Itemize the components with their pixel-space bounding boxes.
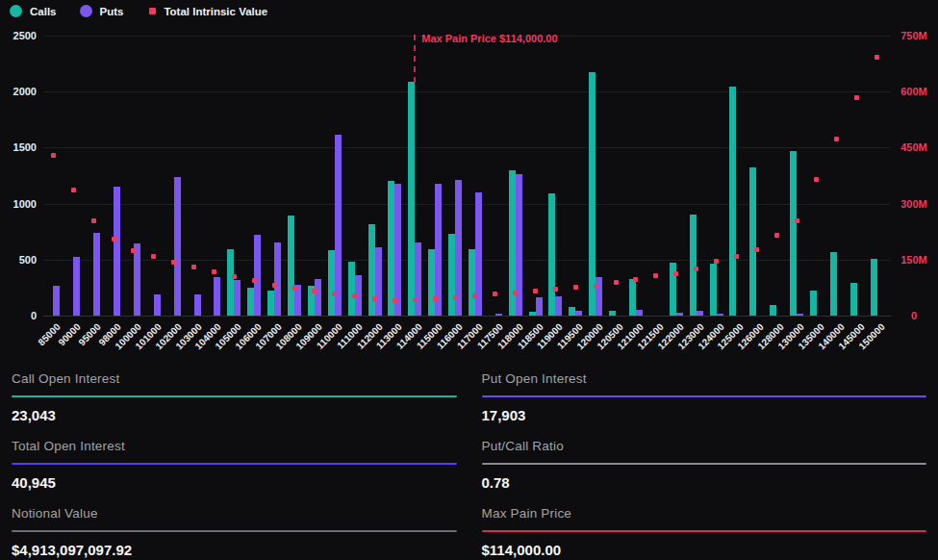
puts-bar — [555, 296, 562, 316]
puts-bar — [575, 311, 582, 316]
puts-bar — [394, 184, 401, 316]
calls-bar — [871, 259, 877, 316]
metric-value: 17,903 — [482, 407, 927, 423]
metric-underline — [482, 530, 927, 532]
calls-bar — [288, 216, 294, 316]
calls-bar — [267, 291, 274, 316]
intrinsic-dot — [754, 247, 759, 252]
legend-puts-label: Puts — [100, 6, 124, 17]
intrinsic-dot — [513, 291, 518, 295]
intrinsic-dot — [151, 254, 156, 259]
metric-underline — [482, 463, 927, 465]
y-axis-left-tick-label: 2000 — [2, 85, 37, 98]
intrinsic-dot — [453, 295, 458, 300]
calls-bar — [790, 151, 797, 316]
intrinsic-dot — [91, 218, 96, 223]
intrinsic-dot — [533, 289, 538, 293]
calls-bar — [548, 193, 555, 316]
puts-bar — [315, 279, 321, 316]
puts-bar — [536, 297, 543, 316]
puts-bar — [636, 310, 643, 316]
intrinsic-dot — [372, 296, 377, 301]
metric-value: $114,000.00 — [482, 542, 927, 558]
calls-bar — [469, 249, 475, 316]
puts-bar — [214, 277, 220, 316]
intrinsic-dot — [71, 188, 76, 192]
y-axis-left-tick-label: 0 — [2, 309, 37, 322]
legend-intrinsic-label: Total Intrinsic Value — [164, 6, 267, 17]
calls-bar — [629, 279, 636, 316]
intrinsic-dot — [292, 286, 297, 291]
puts-bar — [254, 235, 261, 316]
max-pain-label: Max Pain Price $114,000.00 — [421, 33, 557, 44]
intrinsic-dot — [252, 278, 257, 283]
intrinsic-dot — [51, 153, 56, 158]
puts-bar — [53, 286, 60, 316]
calls-bar — [428, 249, 435, 316]
intrinsic-swatch-icon — [149, 8, 156, 14]
metric-value: 40,945 — [12, 474, 457, 491]
metric-put-call-ratio: Put/Call Ratio 0.78 — [482, 439, 927, 491]
puts-bar — [676, 313, 683, 316]
y-axis-left-tick-label: 500 — [2, 253, 37, 267]
puts-swatch-icon — [80, 5, 92, 17]
legend-item-total-intrinsic-value[interactable]: Total Intrinsic Value — [146, 6, 267, 17]
intrinsic-dot — [814, 177, 819, 182]
metric-underline — [12, 463, 457, 465]
intrinsic-dot — [673, 271, 678, 276]
intrinsic-dot — [413, 297, 418, 302]
intrinsic-dot — [352, 293, 357, 298]
intrinsic-dot — [393, 298, 397, 303]
intrinsic-dot — [734, 254, 739, 259]
intrinsic-dot — [875, 55, 879, 60]
puts-bar — [415, 242, 421, 316]
gridline — [43, 316, 891, 317]
intrinsic-dot — [633, 277, 638, 282]
intrinsic-dot — [171, 260, 176, 265]
calls-bar — [368, 224, 375, 316]
y-axis-right-tick-label: 600M — [893, 85, 935, 98]
y-axis-right-tick-label: 300M — [893, 197, 935, 211]
metric-value: $4,913,097,097.92 — [12, 542, 457, 558]
max-pain-line — [414, 35, 416, 83]
intrinsic-dot — [854, 95, 859, 100]
metric-label: Max Pain Price — [482, 506, 927, 521]
intrinsic-dot — [433, 296, 438, 301]
calls-bar — [529, 312, 536, 316]
y-axis-right-tick-label: 150M — [893, 253, 935, 267]
puts-bar — [73, 257, 80, 316]
legend-item-calls[interactable]: Calls — [10, 5, 57, 17]
intrinsic-dot — [774, 233, 779, 238]
intrinsic-dot — [312, 289, 317, 293]
y-axis-left-tick-label: 1500 — [2, 140, 37, 154]
metric-total-open-interest: Total Open Interest 40,945 — [12, 439, 457, 491]
intrinsic-dot — [573, 285, 578, 290]
calls-bar — [448, 234, 455, 316]
metric-call-open-interest: Call Open Interest 23,043 — [12, 371, 457, 423]
puts-bar — [717, 314, 723, 316]
calls-bar — [770, 305, 776, 316]
puts-bar — [274, 242, 281, 316]
gridline — [43, 91, 891, 92]
puts-bar — [234, 280, 241, 316]
calls-bar — [388, 181, 394, 316]
intrinsic-dot — [332, 292, 337, 296]
intrinsic-dot — [714, 259, 719, 264]
options-open-interest-chart: Calls Puts Total Intrinsic Value 0050015… — [0, 0, 938, 364]
intrinsic-dot — [694, 267, 698, 271]
intrinsic-dot — [493, 292, 497, 296]
calls-bar — [609, 311, 616, 316]
metric-label: Total Open Interest — [12, 439, 457, 453]
calls-swatch-icon — [10, 5, 22, 17]
intrinsic-dot — [131, 248, 136, 253]
intrinsic-dot — [191, 265, 196, 269]
puts-bar — [114, 187, 120, 316]
intrinsic-dot — [472, 293, 477, 298]
legend-item-puts[interactable]: Puts — [80, 5, 124, 17]
calls-bar — [408, 82, 415, 316]
intrinsic-dot — [212, 269, 216, 274]
gridline — [43, 147, 891, 148]
puts-bar — [335, 135, 342, 316]
puts-bar — [697, 311, 703, 316]
puts-bar — [797, 314, 803, 316]
